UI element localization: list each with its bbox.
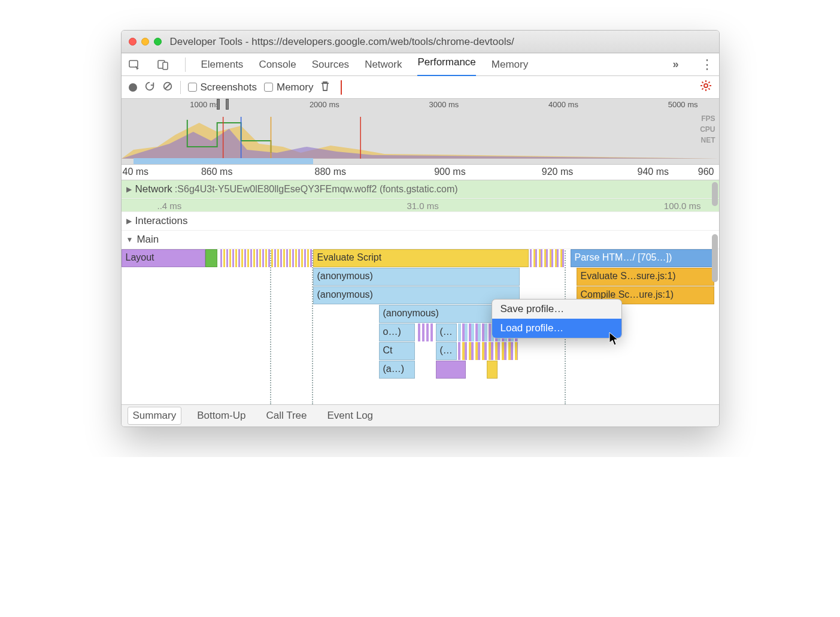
- flame-block[interactable]: [436, 361, 466, 379]
- btab-bottom-up[interactable]: Bottom-Up: [192, 407, 250, 424]
- overflow-tabs-button[interactable]: »: [672, 58, 678, 71]
- record-button[interactable]: [129, 83, 137, 92]
- ruler-start: 40 ms: [123, 167, 149, 177]
- devtools-window: Developer Tools - https://developers.goo…: [121, 30, 720, 427]
- flame-stripes[interactable]: [220, 249, 313, 267]
- screenshots-label: Screenshots: [201, 81, 257, 93]
- ov-tick: 3000 ms: [429, 100, 459, 109]
- tab-performance[interactable]: Performance: [417, 56, 475, 73]
- svg-point-5: [704, 84, 708, 87]
- checkbox-icon[interactable]: [188, 83, 197, 92]
- ctx-load-profile[interactable]: Load profile…: [492, 319, 621, 338]
- flame-ct[interactable]: Ct: [379, 342, 415, 360]
- ov-tick: 2000 ms: [310, 100, 339, 109]
- guide-line: [270, 249, 271, 404]
- panel-tabstrip: Elements Console Sources Network Perform…: [122, 53, 719, 76]
- settings-gear-icon[interactable]: [700, 80, 712, 95]
- ruler-tick: 940 ms: [637, 167, 668, 177]
- clear-icon[interactable]: [162, 81, 173, 94]
- tab-elements[interactable]: Elements: [201, 59, 244, 71]
- titlebar: Developer Tools - https://developers.goo…: [122, 31, 719, 53]
- ruler-end: 960: [698, 167, 714, 177]
- garbage-collect-icon[interactable]: [320, 81, 330, 94]
- performance-toolbar: Screenshots Memory: [122, 76, 719, 99]
- svg-line-4: [165, 83, 170, 89]
- flame-chart[interactable]: Layout Evaluate Script Parse HTM…/ [705……: [122, 249, 719, 405]
- flame-stripes[interactable]: [418, 323, 433, 341]
- btab-summary[interactable]: Summary: [128, 407, 182, 425]
- guide-line: [312, 249, 313, 404]
- btab-event-log[interactable]: Event Log: [323, 407, 378, 424]
- reload-record-icon[interactable]: [144, 81, 155, 94]
- minimize-window-button[interactable]: [141, 38, 149, 46]
- flame-paren-1[interactable]: (…: [436, 323, 457, 341]
- frames-row: ..4 ms 31.0 ms 100.0 ms: [122, 199, 719, 212]
- flame-evaluate-script[interactable]: Evaluate Script: [313, 249, 529, 267]
- checkbox-icon[interactable]: [264, 83, 273, 92]
- settings-separator: [341, 80, 342, 95]
- flame-o[interactable]: o…): [379, 323, 415, 341]
- ov-tick: 1000 ms: [190, 100, 220, 109]
- flame-stripes[interactable]: [458, 342, 518, 360]
- timeline-tracks: ▶ Network :S6g4U3t-Y5UEw0lE80llgEseQY3FE…: [122, 180, 719, 405]
- flame-stripes[interactable]: [530, 249, 566, 267]
- close-window-button[interactable]: [129, 38, 137, 46]
- expand-icon[interactable]: ▶: [126, 217, 132, 225]
- screenshots-checkbox[interactable]: Screenshots: [188, 81, 257, 93]
- flame-a[interactable]: (a…): [379, 361, 415, 379]
- kebab-menu-icon[interactable]: ⋮: [700, 57, 713, 72]
- expand-icon[interactable]: ▶: [126, 185, 132, 193]
- svg-rect-2: [163, 62, 168, 69]
- frames-left: ..4 ms: [157, 201, 182, 211]
- ruler-tick: 920 ms: [542, 167, 573, 177]
- svg-line-11: [708, 88, 709, 89]
- inspect-element-icon[interactable]: [128, 58, 141, 71]
- flame-block[interactable]: [205, 249, 217, 267]
- timeline-ruler[interactable]: 40 ms 860 ms 880 ms 900 ms 920 ms 940 ms…: [122, 165, 719, 180]
- overview-handle-right[interactable]: [226, 99, 229, 110]
- svg-rect-0: [129, 61, 138, 67]
- scrollbar-thumb[interactable]: [712, 234, 718, 282]
- overview-handle-left[interactable]: [217, 99, 220, 110]
- ov-tick: 4000 ms: [548, 100, 578, 109]
- ruler-tick: 880 ms: [315, 167, 346, 177]
- main-row[interactable]: ▼ Main: [122, 231, 719, 249]
- context-menu: Save profile… Load profile…: [492, 299, 622, 338]
- flame-paren-2[interactable]: (…: [436, 342, 457, 360]
- tab-console[interactable]: Console: [259, 59, 296, 71]
- scrollbar-thumb[interactable]: [712, 182, 718, 206]
- zoom-window-button[interactable]: [154, 38, 162, 46]
- ctx-save-profile[interactable]: Save profile…: [492, 300, 621, 319]
- tab-sources[interactable]: Sources: [312, 59, 349, 71]
- collapse-icon[interactable]: ▼: [126, 235, 134, 244]
- network-detail: :S6g4U3t-Y5UEw0lE80llgEseQY3FEmqw.woff2 …: [175, 184, 458, 195]
- traffic-lights: [129, 38, 162, 46]
- frames-center: 31.0 ms: [407, 201, 438, 211]
- flame-block[interactable]: [487, 361, 498, 379]
- network-row[interactable]: ▶ Network :S6g4U3t-Y5UEw0lE80llgEseQY3FE…: [122, 180, 719, 199]
- flame-layout[interactable]: Layout: [122, 249, 205, 267]
- flame-anonymous-1[interactable]: (anonymous): [313, 268, 520, 286]
- flame-evaluate-s[interactable]: Evaluate S…sure.js:1): [577, 268, 714, 286]
- timeline-overview[interactable]: 1000 ms 2000 ms 3000 ms 4000 ms 5000 ms …: [122, 99, 719, 165]
- cursor-icon: [609, 332, 620, 346]
- flame-anonymous-2[interactable]: (anonymous): [313, 286, 520, 304]
- tab-memory[interactable]: Memory: [492, 59, 528, 71]
- interactions-label: Interactions: [135, 215, 188, 227]
- separator: [180, 81, 181, 94]
- overview-cpu-graph: [122, 117, 719, 159]
- interactions-row[interactable]: ▶ Interactions: [122, 212, 719, 231]
- memory-checkbox[interactable]: Memory: [264, 81, 313, 93]
- frames-right: 100.0 ms: [664, 201, 701, 211]
- svg-line-10: [702, 82, 703, 83]
- flame-parse-html[interactable]: Parse HTM…/ [705…]): [571, 249, 714, 267]
- tab-network[interactable]: Network: [365, 59, 402, 71]
- btab-call-tree[interactable]: Call Tree: [261, 407, 311, 424]
- main-label: Main: [137, 234, 159, 246]
- details-tabstrip: Summary Bottom-Up Call Tree Event Log: [122, 405, 719, 427]
- overview-net-bar: [134, 158, 313, 164]
- ruler-tick: 900 ms: [434, 167, 465, 177]
- window-title: Developer Tools - https://developers.goo…: [170, 36, 514, 48]
- device-toolbar-icon[interactable]: [156, 58, 169, 71]
- network-label: Network: [135, 183, 172, 195]
